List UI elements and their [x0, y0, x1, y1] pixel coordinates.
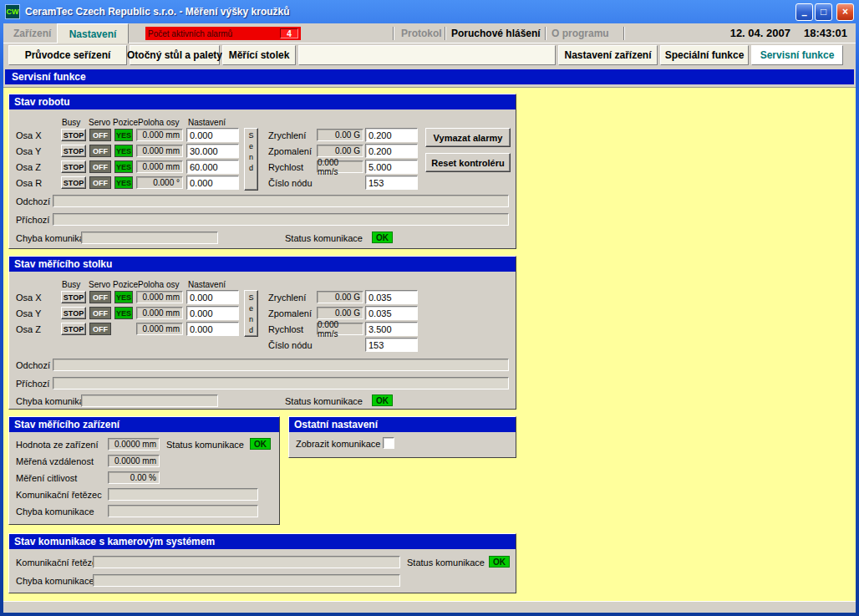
rychlost-actual-field: 0.000 mm/s [317, 160, 363, 173]
menu-separator [623, 27, 625, 40]
panel-title: Stav měřícího stolku [9, 257, 516, 272]
zrychleni-input[interactable] [365, 290, 418, 304]
axis-setpoint-input[interactable] [186, 160, 239, 174]
maximize-button[interactable]: □ [815, 3, 832, 21]
menu-bar: Zařízení Nastavení Počet aktivních alarm… [3, 23, 856, 43]
menu-separator [445, 27, 446, 40]
citlivost-field: 0.00 % [108, 471, 160, 484]
cislo-nodu-input[interactable] [365, 176, 418, 190]
hodnota-field: 0.0000 mm [108, 438, 160, 451]
menu-separator [393, 27, 394, 40]
cislo-nodu-input[interactable] [365, 338, 418, 352]
prichozi-label: Příchozí [16, 215, 49, 225]
position-indicator: YES [114, 176, 133, 189]
zobrazit-komunikace-checkbox[interactable] [383, 437, 394, 449]
axis-label: Osa Y [16, 308, 41, 318]
rychlost-input[interactable] [365, 160, 418, 174]
axis-setpoint-input[interactable] [186, 306, 239, 320]
zrychleni-label: Zrychlení [268, 293, 306, 303]
axis-position-field: 0.000 ° [136, 176, 183, 189]
axis-setpoint-input[interactable] [186, 144, 239, 158]
status-ok-badge: OK [372, 395, 393, 406]
col-pozice: Pozice [113, 118, 138, 127]
tab-merici-stolek[interactable]: Měřící stolek [222, 45, 296, 65]
axis-setpoint-input[interactable] [186, 290, 239, 304]
panel-title: Ostatní nastavení [289, 417, 516, 432]
vzdalenost-label: Měřená vzdálenost [16, 456, 94, 466]
time-label: 18:43:01 [804, 27, 847, 39]
zpomaleni-input[interactable] [365, 144, 418, 158]
chyba-komunikace-field [81, 232, 218, 244]
status-ok-badge: OK [489, 556, 510, 568]
close-button[interactable]: × [836, 3, 854, 21]
alarm-counter: Počet aktivních alarmů 4 [145, 27, 301, 40]
tab-pruvodce-serizeni[interactable]: Průvodce seřízení [8, 45, 127, 65]
busy-indicator: STOP [61, 160, 86, 173]
busy-indicator: STOP [61, 291, 86, 303]
chyba-komunikace-field [108, 505, 258, 517]
col-busy: Busy [62, 280, 80, 289]
zrychleni-actual-field: 0.00 G [317, 129, 363, 141]
menu-nastaveni[interactable]: Nastavení [57, 23, 129, 43]
axis-label: Osa X [16, 130, 42, 140]
menu-poruchove-hlaseni[interactable]: Poruchové hlášení [451, 28, 541, 39]
zpomaleni-input[interactable] [365, 306, 418, 320]
axis-label: Osa X [16, 293, 42, 303]
tab-specialni-funkce[interactable]: Speciální funkce [660, 45, 749, 65]
app-window: CW CeramTec Czech Republic s.r.o. - Měře… [0, 0, 859, 616]
axis-setpoint-input[interactable] [186, 176, 239, 190]
main-content: Stav robotu Busy Servo Pozice Poloha osy… [3, 87, 856, 601]
minimize-button[interactable]: – [795, 3, 813, 21]
zpomaleni-actual-field: 0.00 G [317, 307, 363, 319]
reset-kontroleru-button[interactable]: Reset kontroléru [425, 153, 511, 172]
col-servo: Servo [89, 280, 110, 289]
axis-setpoint-input[interactable] [186, 128, 239, 142]
vzdalenost-field: 0.0000 mm [108, 455, 160, 467]
chyba-komunikace-field [93, 574, 400, 587]
odchozi-field [53, 195, 509, 207]
position-indicator: YES [114, 160, 133, 173]
servo-indicator: OFF [89, 129, 111, 141]
panel-kamerovy-system: Stav komunikace s kamerovým systémem Kom… [8, 533, 516, 593]
section-bar-wrap: Servisní funkce [3, 67, 856, 87]
panel-ostatni-nastaveni: Ostatní nastavení Zobrazit komunikace [288, 416, 516, 458]
rychlost-actual-field: 0.000 mm/s [317, 323, 363, 335]
panel-title: Stav měřícího zařízení [9, 417, 279, 432]
panel-stav-mericiho-stolku: Stav měřícího stolku Busy Servo Pozice P… [8, 256, 516, 410]
panel-title: Stav komunikace s kamerovým systémem [9, 534, 516, 549]
zrychleni-label: Zrychlení [268, 130, 306, 140]
rychlost-input[interactable] [365, 322, 418, 336]
send-button[interactable]: Send [244, 128, 258, 191]
date-label: 12. 04. 2007 [730, 27, 790, 39]
menu-protokol: Protokol [401, 28, 442, 39]
tab-servisni-funkce[interactable]: Servisní funkce [751, 45, 843, 65]
zpomaleni-label: Zpomalení [268, 308, 312, 318]
col-busy: Busy [62, 118, 80, 127]
komunikacni-retezec-field [108, 488, 258, 501]
komunikacni-retezec-label: Komunikační řetězec [16, 490, 102, 500]
tab-filler [298, 45, 556, 65]
citlivost-label: Měření citlivost [16, 473, 77, 483]
zpomaleni-actual-field: 0.00 G [317, 145, 363, 157]
send-button[interactable]: Send [244, 290, 258, 337]
menu-separator [545, 27, 546, 40]
chyba-komunikace-label: Chyba komunikace [16, 576, 94, 586]
status-komunikace-label: Status komunikace [166, 440, 244, 450]
busy-indicator: STOP [61, 307, 86, 319]
zrychleni-input[interactable] [365, 128, 418, 142]
rychlost-label: Rychlost [268, 324, 303, 334]
status-komunikace-label: Status komunikace [285, 396, 363, 406]
cislo-nodu-label: Číslo nódu [268, 340, 313, 350]
axis-setpoint-input[interactable] [186, 322, 239, 336]
tab-otocny-stul[interactable]: Otočný stůl a palety [130, 45, 220, 65]
vymazat-alarmy-button[interactable]: Vymazat alarmy [425, 128, 511, 147]
odchozi-field [53, 359, 509, 371]
alarm-count-badge: 4 [280, 28, 298, 38]
axis-label: Osa Z [16, 162, 41, 172]
tab-nastaveni-zarizeni[interactable]: Nastavení zařízení [558, 45, 658, 65]
col-servo: Servo [89, 118, 110, 127]
col-nastaveni: Nastavení [188, 118, 226, 127]
prichozi-field [53, 213, 509, 226]
hodnota-label: Hodnota ze zařízení [16, 440, 98, 450]
col-poloha-osy: Poloha osy [138, 280, 179, 289]
